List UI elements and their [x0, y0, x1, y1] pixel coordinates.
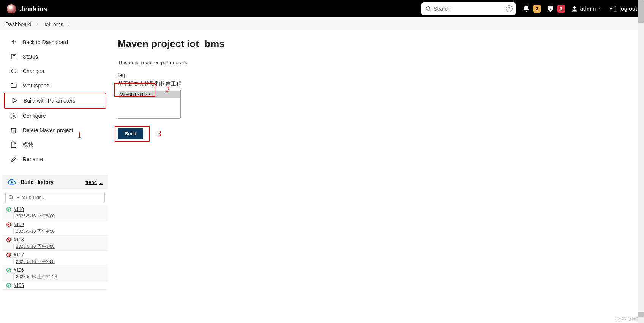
search-input[interactable] — [421, 2, 516, 15]
crumb-dashboard[interactable]: Dashboard — [5, 21, 32, 27]
logout-button[interactable]: log out — [609, 5, 637, 13]
build-number-row: #108 — [6, 237, 104, 242]
build-list: #1102023-5-16 下午5:00#1092023-5-16 下午4:58… — [2, 205, 108, 290]
sidebar-item-build-with-parameters[interactable]: Build with Parameters — [4, 93, 106, 109]
build-link[interactable]: #105 — [14, 283, 24, 288]
tag-option[interactable]: v2305121522 — [119, 91, 180, 98]
svg-marker-10 — [13, 98, 17, 103]
chevron-right-icon: 〉 — [68, 21, 72, 27]
build-time[interactable]: 2023-5-16 下午3:58 — [13, 244, 104, 249]
svg-point-0 — [426, 7, 430, 10]
annotation-1: 1 — [77, 130, 82, 140]
arrow-up-icon — [10, 38, 17, 46]
status-icon — [10, 53, 17, 60]
sidebar-item-rename[interactable]: Rename — [4, 152, 106, 166]
build-link[interactable]: #110 — [14, 207, 24, 212]
sidebar-item-label: Delete Maven project — [23, 127, 73, 133]
sidebar-item-label: Status — [23, 54, 38, 60]
breadcrumb: Dashboard 〉 iot_bms 〉 — [0, 17, 644, 31]
build-row: #105 — [2, 281, 108, 290]
svg-rect-9 — [11, 84, 16, 87]
gear-icon — [10, 112, 17, 120]
build-number-row: #105 — [6, 283, 104, 288]
svg-rect-3 — [550, 9, 551, 10]
param-desc-tag: 基于标签去拉取和构建工程 — [118, 81, 636, 87]
build-number-row: #109 — [6, 222, 104, 227]
build-time[interactable]: 2023-5-16 上午11:23 — [13, 274, 104, 280]
sidebar-item-label: Configure — [23, 113, 46, 119]
jenkins-logo-icon — [7, 4, 16, 13]
sidebar-item-back-to-dashboard[interactable]: Back to Dashboard — [4, 35, 106, 49]
sidebar-item-configure[interactable]: Configure — [4, 109, 106, 123]
build-time[interactable]: 2023-5-16 下午5:00 — [13, 213, 104, 219]
build-number-row: #106 — [6, 268, 104, 273]
chevron-down-icon — [598, 6, 603, 11]
build-time[interactable]: 2023-5-16 下午2:58 — [13, 259, 104, 264]
sidebar-item-label: Back to Dashboard — [23, 39, 68, 45]
play-icon — [11, 97, 18, 104]
chevron-down-icon: ⌄ — [99, 180, 103, 185]
tag-select-container: v2305121522 2 — [118, 90, 181, 119]
logout-label: log out — [619, 6, 637, 12]
svg-point-4 — [573, 6, 576, 9]
alert-badge[interactable]: 1 — [557, 5, 565, 13]
trend-link[interactable]: trend⌄ — [85, 179, 103, 185]
logout-icon — [609, 5, 617, 13]
header-icons: 2 1 — [522, 5, 565, 13]
build-history-title: Build History — [21, 179, 81, 185]
top-header: Jenkins ? 2 1 admin log out — [0, 0, 644, 17]
code-icon — [10, 67, 17, 75]
watermark: CSDN @简帧 — [615, 316, 640, 321]
annotation-2: 2 — [166, 84, 170, 94]
sidebar-item-label: 模块 — [23, 141, 33, 148]
chevron-right-icon: 〉 — [36, 21, 40, 27]
page-title: Maven project iot_bms — [118, 38, 636, 50]
username: admin — [580, 6, 596, 12]
sidebar-item-模块[interactable]: 模块 — [4, 138, 106, 152]
notification-badge[interactable]: 2 — [533, 5, 541, 13]
param-label-tag: tag — [118, 72, 636, 78]
annotation-3: 3 — [157, 129, 161, 139]
sidebar-item-workspace[interactable]: Workspace — [4, 78, 106, 93]
filter-builds-input[interactable] — [5, 192, 105, 203]
sidebar-item-label: Changes — [23, 68, 44, 74]
sidebar: Back to DashboardStatusChangesWorkspaceB… — [0, 31, 110, 323]
svg-point-2 — [550, 8, 551, 8]
page-body: Back to DashboardStatusChangesWorkspaceB… — [0, 31, 644, 323]
sidebar-item-changes[interactable]: Changes — [4, 64, 106, 78]
logo[interactable]: Jenkins — [7, 4, 47, 14]
sidebar-item-delete-maven-project[interactable]: Delete Maven project — [4, 123, 106, 138]
build-time[interactable]: 2023-5-16 下午4:58 — [13, 228, 104, 234]
vertical-scrollbar[interactable] — [638, 0, 644, 323]
svg-point-11 — [13, 115, 15, 117]
build-link[interactable]: #108 — [14, 237, 24, 242]
build-button[interactable]: Build — [118, 128, 143, 139]
brand-text: Jenkins — [20, 4, 47, 14]
sidebar-item-label: Workspace — [23, 82, 49, 89]
build-row: #1062023-5-16 上午11:23 — [2, 266, 108, 281]
filter-container — [2, 189, 108, 205]
build-link[interactable]: #106 — [14, 268, 24, 273]
user-menu[interactable]: admin — [571, 5, 603, 12]
build-number-row: #107 — [6, 252, 104, 258]
scrollbar-thumb-bottom[interactable] — [638, 312, 644, 317]
help-icon[interactable]: ? — [506, 5, 513, 12]
sidebar-item-label: Build with Parameters — [24, 98, 75, 104]
crumb-project[interactable]: iot_bms — [45, 21, 63, 27]
build-history-header: Build History trend⌄ — [2, 175, 108, 189]
build-link[interactable]: #107 — [14, 252, 24, 258]
shield-alert-icon[interactable] — [547, 5, 554, 13]
build-number-row: #110 — [6, 207, 104, 212]
svg-line-1 — [429, 10, 431, 11]
sidebar-item-status[interactable]: Status — [4, 49, 106, 64]
user-icon — [571, 5, 578, 12]
build-row: #1092023-5-16 下午4:58 — [2, 220, 108, 236]
svg-point-13 — [9, 195, 12, 198]
scrollbar-thumb-top[interactable] — [638, 0, 644, 23]
main-content: Maven project iot_bms This build require… — [110, 31, 644, 323]
bell-icon[interactable] — [522, 5, 530, 13]
svg-line-14 — [12, 198, 13, 200]
build-row: #1072023-5-16 下午2:58 — [2, 251, 108, 266]
build-link[interactable]: #109 — [14, 222, 24, 227]
tag-select[interactable]: v2305121522 — [118, 90, 181, 119]
